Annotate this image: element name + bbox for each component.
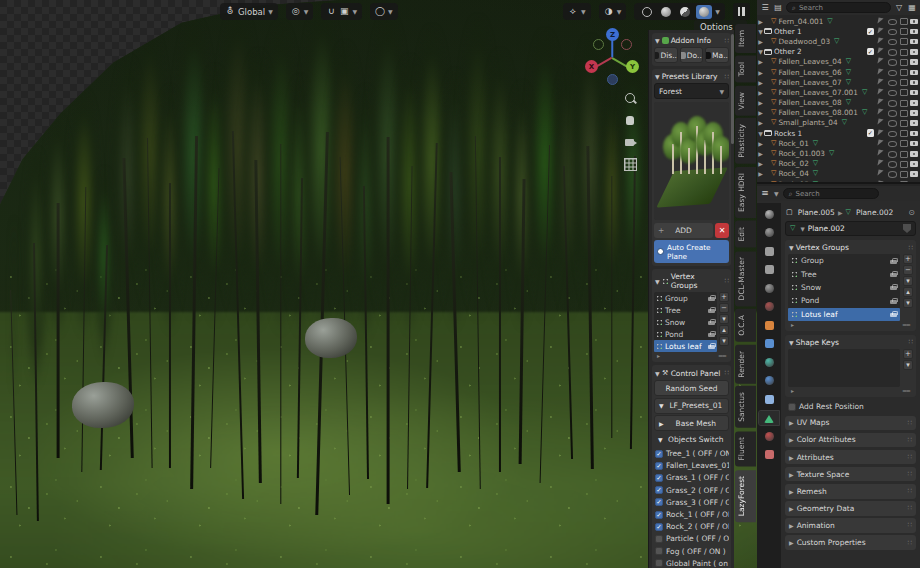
checkbox-checked-icon[interactable]: ✓ xyxy=(655,450,663,458)
outliner-row[interactable]: ▼Other 1✓ xyxy=(757,26,920,36)
expand-icon[interactable]: ▶ xyxy=(757,160,764,167)
selectable-toggle-icon[interactable] xyxy=(877,160,885,167)
sidebar-tab-render[interactable]: Render xyxy=(735,345,756,384)
outliner-row[interactable]: ▼Rocks 1✓ xyxy=(757,128,920,138)
drag-handle-icon[interactable]: ∷ xyxy=(725,369,728,377)
random-seed-button[interactable]: Random Seed xyxy=(654,380,729,396)
selectable-toggle-icon[interactable] xyxy=(877,99,885,106)
add-vertex-group-button[interactable]: + xyxy=(903,254,913,264)
render-disable-icon[interactable] xyxy=(910,79,918,86)
outliner-row[interactable]: ▶▽Fallen_Leaves_06▽ xyxy=(757,67,920,77)
vertex-group-item[interactable]: Group xyxy=(788,254,900,267)
vertex-groups-header[interactable]: ▼ Vertex Groups ∷ xyxy=(654,271,729,292)
breadcrumb-object[interactable]: Plane.005 xyxy=(798,208,835,217)
outliner-item-name[interactable]: Fallen_Leaves_08 xyxy=(778,98,841,107)
shading-wireframe-button[interactable] xyxy=(639,5,655,19)
outliner-item-name[interactable]: Rocks 1 xyxy=(774,129,802,138)
outliner-row[interactable]: ▶▽Fallen_Leaves_07▽ xyxy=(757,77,920,87)
control-panel-header[interactable]: ▼ ⚒ Control Panel ∷ xyxy=(654,367,729,380)
shading-solid-button[interactable] xyxy=(658,5,674,19)
overlays-dropdown[interactable]: ◑ ▼ xyxy=(599,3,627,20)
preset-preview-image[interactable] xyxy=(654,102,729,220)
presets-library-header[interactable]: ▼ Presets Library ∷ xyxy=(654,71,729,83)
expand-icon[interactable]: ▶ xyxy=(757,119,764,126)
switch-checkbox-row[interactable]: Fog ( OFF / ON ) xyxy=(654,545,729,557)
snapping-group[interactable]: ∪ ▣ ▼ xyxy=(321,3,362,20)
lock-icon[interactable] xyxy=(708,331,715,337)
proportional-editing-dropdown[interactable]: ◯ ▼ xyxy=(370,3,398,20)
render-disable-icon[interactable] xyxy=(910,119,918,126)
selectable-toggle-icon[interactable] xyxy=(877,79,885,86)
panel-animation[interactable]: ▶Animation∷ xyxy=(785,518,916,533)
gizmo-z-axis[interactable]: Z xyxy=(606,28,619,41)
lf-presets-section-header[interactable]: ▼ LF_Presets_01 xyxy=(654,398,729,414)
hide-toggle-icon[interactable] xyxy=(888,38,896,45)
checkbox-checked-icon[interactable]: ✓ xyxy=(655,523,663,531)
navigation-gizmo[interactable]: Z X Y xyxy=(583,28,643,88)
outliner-row[interactable]: ▶▽Rock_05▽ xyxy=(757,179,920,184)
properties-tab-output[interactable] xyxy=(759,244,779,258)
outliner-row[interactable]: ▶▽Deadwood_03▽ xyxy=(757,36,920,46)
add-shape-key-button[interactable]: + xyxy=(903,349,913,359)
breadcrumb-data[interactable]: Plane.002 xyxy=(856,208,893,217)
viewport-disable-icon[interactable] xyxy=(899,109,907,116)
resize-grip-icon[interactable]: ══ xyxy=(903,321,910,328)
auto-create-plane-toggle[interactable]: Auto Create Plane xyxy=(654,240,729,263)
lock-icon[interactable] xyxy=(708,319,715,325)
pan-tool-icon[interactable] xyxy=(624,114,637,127)
gizmo-x-axis[interactable]: X xyxy=(585,60,598,73)
gizmo-minus-z-axis[interactable] xyxy=(607,74,618,85)
viewport-disable-icon[interactable] xyxy=(899,181,907,184)
outliner-search-input[interactable]: ⌕ Search xyxy=(786,2,891,13)
shading-material-button[interactable] xyxy=(677,5,693,19)
sidebar-tab-dcl-master[interactable]: DCL-Master xyxy=(735,251,756,306)
drag-handle-icon[interactable]: ∷ xyxy=(909,244,912,252)
properties-editor-type-icon[interactable]: ≡ xyxy=(760,189,770,199)
viewport-disable-icon[interactable] xyxy=(899,150,907,157)
hide-toggle-icon[interactable] xyxy=(888,140,896,147)
hide-toggle-icon[interactable] xyxy=(888,130,896,137)
render-disable-icon[interactable] xyxy=(910,170,918,177)
properties-tab-physics[interactable] xyxy=(759,374,779,388)
expand-icon[interactable]: ▶ xyxy=(757,99,764,106)
vertex-group-item[interactable]: Lotus leaf xyxy=(654,340,717,352)
render-disable-icon[interactable] xyxy=(910,150,918,157)
resize-grip-icon[interactable]: ══ xyxy=(903,387,910,394)
checkbox-checked-icon[interactable]: ✓ xyxy=(655,486,663,494)
viewport-disable-icon[interactable] xyxy=(899,119,907,126)
properties-tab-material[interactable] xyxy=(759,429,779,443)
outliner-item-name[interactable]: Rock_04 xyxy=(778,169,808,178)
properties-tab-constraints[interactable] xyxy=(759,392,779,406)
move-down-button[interactable]: ▾ xyxy=(719,336,729,346)
switch-checkbox-row[interactable]: ✓Grass_2 ( OFF / ON ) xyxy=(654,484,729,496)
gizmo-minus-x-axis[interactable] xyxy=(621,39,632,50)
preset-select[interactable]: Forest ▼ xyxy=(654,83,729,99)
collection-checkbox[interactable]: ✓ xyxy=(867,48,875,56)
lock-icon[interactable] xyxy=(890,271,897,277)
panel-custom-properties[interactable]: ▶Custom Properties∷ xyxy=(785,535,916,550)
move-up-button[interactable]: ▴ xyxy=(903,287,913,297)
outliner-item-name[interactable]: Fallen_Leaves_07.001 xyxy=(778,88,858,97)
sidebar-tab-easy-hdri[interactable]: Easy HDRI xyxy=(735,167,756,218)
collapse-icon[interactable]: ▼ xyxy=(757,48,764,55)
properties-tab-texture[interactable] xyxy=(759,448,779,462)
vertex-group-item[interactable]: Pond xyxy=(654,328,717,340)
transform-orientation-dropdown[interactable]: ⛢ Global ▼ xyxy=(220,3,278,20)
checkbox-checked-icon[interactable]: ✓ xyxy=(655,474,663,482)
addon-link-button[interactable]: Dis... xyxy=(654,47,678,63)
drag-handle-icon[interactable]: ∷ xyxy=(908,521,912,529)
hide-toggle-icon[interactable] xyxy=(888,58,896,65)
properties-tab-data[interactable] xyxy=(759,411,779,425)
vertex-group-item[interactable]: Tree xyxy=(788,267,900,280)
render-disable-icon[interactable] xyxy=(910,99,918,106)
viewport-disable-icon[interactable] xyxy=(899,140,907,147)
vertex-group-item[interactable]: Snow xyxy=(654,316,717,328)
switch-checkbox-row[interactable]: ✓Grass_1 ( OFF / ON ) xyxy=(654,472,729,484)
lock-icon[interactable] xyxy=(708,307,715,313)
viewport-disable-icon[interactable] xyxy=(899,18,907,25)
hide-toggle-icon[interactable] xyxy=(888,99,896,106)
vertex-group-item[interactable]: Lotus leaf xyxy=(788,308,900,321)
outliner-row[interactable]: ▶▽Rock_02▽ xyxy=(757,159,920,169)
outliner-options-icon[interactable]: ▦ xyxy=(907,3,917,13)
outliner-row[interactable]: ▶▽Rock_04▽ xyxy=(757,169,920,179)
